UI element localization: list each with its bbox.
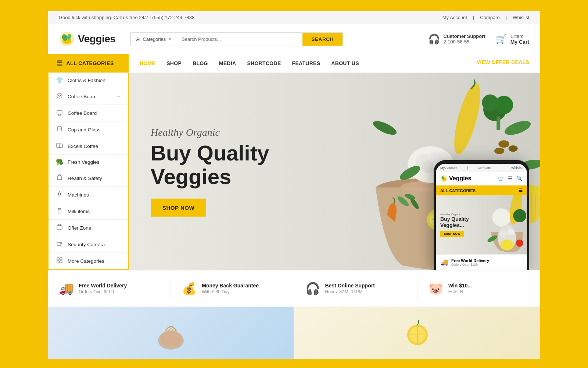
category-label: All Categories <box>136 36 166 42</box>
hero-content: Healthy Organic Buy Quality Veggies SHOP… <box>151 127 269 217</box>
mockup-categories: ALL CATEGORIES ☰ <box>436 185 527 195</box>
cat-item-more[interactable]: More Categories <box>49 253 128 269</box>
mockup-title-2: Veggies... <box>440 222 464 228</box>
product-left-art <box>153 315 189 351</box>
cat-item-fresh-veggies[interactable]: 🥦 Fresh Veggies <box>49 155 128 170</box>
more-icon <box>56 257 63 265</box>
cat-item-cup-glass[interactable]: Cup and Glass <box>49 121 128 138</box>
all-categories-label: ALL CATEGORIES <box>67 60 114 66</box>
feature-win-text: Win $10... Enter N... <box>448 283 472 294</box>
svg-point-35 <box>482 95 498 111</box>
divider-1: | <box>473 15 474 20</box>
mockup-delivery-icon: 🚚 <box>440 258 448 266</box>
svg-rect-22 <box>60 261 62 263</box>
cart-text: 1 item My Cart <box>510 33 529 45</box>
cloths-icon: 👕 <box>56 77 63 84</box>
search-input[interactable] <box>177 33 302 46</box>
cat-label-security: Sequrity Camera <box>68 242 121 247</box>
mockup-hero-subtitle: Healthy Organic <box>440 213 469 216</box>
svg-rect-9 <box>58 127 61 131</box>
chevron-down-icon: ▼ <box>168 37 172 41</box>
excels-icon <box>56 142 63 150</box>
cat-item-security[interactable]: Sequrity Camera <box>49 236 128 253</box>
mockup-feature: 🚚 Free World Delivery Orders Over $100 <box>436 254 527 270</box>
promo-text: Good luck with shopping. Call us free 24… <box>59 15 194 20</box>
nav-links: HOME SHOP BLOG MEDIA SHORTCODE FEATURES … <box>129 54 477 72</box>
cat-label-coffee-board: Coffee Board <box>68 110 121 116</box>
product-preview-left[interactable] <box>48 307 294 359</box>
svg-point-4 <box>57 93 62 98</box>
svg-rect-17 <box>57 243 61 245</box>
cart-area[interactable]: 🛒 1 item My Cart <box>496 33 529 45</box>
logo-icon <box>59 31 75 47</box>
mockup-hero-text: Healthy Organic Buy Quality Veggies... S… <box>440 213 469 237</box>
plus-icon: + <box>117 93 121 100</box>
cat-item-excels-coffee[interactable]: Excels Coffee <box>49 138 128 155</box>
hero-title-line2: Veggies <box>151 164 231 188</box>
delivery-icon: 🚚 <box>59 282 74 296</box>
milk-icon <box>56 207 63 215</box>
support-feature-icon: 🎧 <box>305 282 320 296</box>
mockup-title-1: Buy Quality <box>440 216 469 222</box>
cup-glass-icon <box>56 125 63 134</box>
product-right-art <box>399 315 436 351</box>
search-category-dropdown[interactable]: All Categories ▼ <box>131 33 177 46</box>
cat-label-excels-coffee: Excels Coffee <box>68 144 121 149</box>
my-account-link[interactable]: My Account <box>442 15 467 20</box>
support-label: Customer Support <box>444 33 485 39</box>
nav-shortcode[interactable]: SHORTCODE <box>247 55 281 71</box>
mockup-feature-title: Free World Delivery <box>451 258 489 263</box>
customer-support: 🎧 Customer Support 2-100-56-55 <box>428 33 485 45</box>
hero-subtitle: Healthy Organic <box>151 127 269 138</box>
all-categories-button[interactable]: ☰ ALL CATEGORIES <box>48 54 129 72</box>
top-bar-right: My Account | Compare | Whislist <box>442 15 529 20</box>
mockup-hero-title: Buy Quality Veggies... <box>440 216 469 229</box>
mobile-mockup: My Account | Compare | Whislist <box>434 160 529 270</box>
cat-item-offer-zone[interactable]: Offer Zone <box>49 220 128 236</box>
search-button[interactable]: SEARCH <box>302 33 343 46</box>
mockup-screen: My Account | Compare | Whislist <box>436 164 527 270</box>
mockup-compare: Compare <box>477 166 491 170</box>
nav-about-us[interactable]: ABOUT US <box>331 55 359 71</box>
product-preview-right[interactable] <box>294 307 540 359</box>
nav-shop[interactable]: SHOP <box>166 55 182 71</box>
mockup-shop-button[interactable]: SHOP NOW <box>440 231 464 237</box>
nav-features[interactable]: FEATURES <box>292 55 320 71</box>
cat-item-cloths[interactable]: 👕 Cloths & Fashion <box>49 73 128 88</box>
mockup-menu-icon: ☰ <box>508 176 513 181</box>
cat-item-machines[interactable]: Machines <box>49 187 128 203</box>
cat-item-coffee-bean[interactable]: Coffee Bean + <box>49 88 128 105</box>
cat-item-coffee-board[interactable]: Coffee Board <box>49 105 128 121</box>
cat-label-cloths: Cloths & Fashion <box>68 78 121 83</box>
money-back-icon: 💰 <box>182 282 197 296</box>
header-right: 🎧 Customer Support 2-100-56-55 🛒 1 item … <box>428 33 529 45</box>
logo[interactable]: Veggies <box>59 31 115 47</box>
nav-blog[interactable]: BLOG <box>193 55 208 71</box>
whislist-link[interactable]: Whislist <box>513 15 529 20</box>
cat-label-fresh-veggies: Fresh Veggies <box>68 159 121 165</box>
mockup-top-bar: My Account | Compare | Whislist <box>436 164 527 172</box>
header: Veggies All Categories ▼ SEARCH 🎧 Custom… <box>48 24 540 54</box>
win-icon: 🐷 <box>429 282 443 296</box>
cat-label-coffee-bean: Coffee Bean <box>68 94 113 99</box>
hamburger-icon: ☰ <box>57 59 63 67</box>
support-text: Customer Support 2-100-56-55 <box>444 33 485 45</box>
cat-label-machines: Machines <box>68 192 121 198</box>
svg-rect-19 <box>57 258 59 260</box>
mockup-hamburger-icon: ☰ <box>519 188 523 193</box>
view-offer-deals[interactable]: VIEW OFFER DEALS <box>477 54 540 72</box>
mockup-icons: 🛒 ☰ 🔍 <box>498 176 523 181</box>
cat-item-milk[interactable]: Milk items <box>49 203 128 220</box>
feature-money-title: Money Back Guarantee <box>202 283 259 289</box>
compare-link[interactable]: Compare <box>480 15 499 20</box>
svg-point-51 <box>494 148 504 154</box>
svg-point-49 <box>498 140 509 148</box>
cat-item-health-safety[interactable]: Health & Safety <box>49 170 128 187</box>
security-icon <box>56 240 63 248</box>
nav-media[interactable]: MEDIA <box>219 55 236 71</box>
shop-now-button[interactable]: SHOP NOW <box>151 198 206 216</box>
svg-point-73 <box>160 330 182 347</box>
svg-point-50 <box>509 145 518 152</box>
nav-home[interactable]: HOME <box>140 55 155 71</box>
feature-money-back: 💰 Money Back Guarantee With A 30 Day <box>171 278 294 299</box>
